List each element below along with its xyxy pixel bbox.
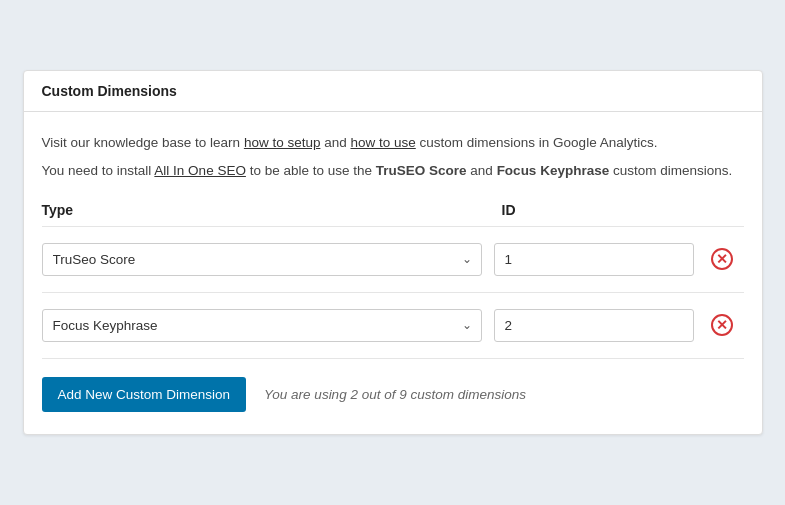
- type-select-wrapper-1: TruSeo Score Focus Keyphrase Post Type A…: [42, 243, 482, 276]
- id-column-header: ID: [502, 202, 744, 218]
- type-select-wrapper-2: TruSeo Score Focus Keyphrase Post Type A…: [42, 309, 482, 342]
- usage-text: You are using 2 out of 9 custom dimensio…: [264, 387, 526, 402]
- all-in-one-seo-link[interactable]: All In One SEO: [154, 163, 246, 178]
- add-dimension-button[interactable]: Add New Custom Dimension: [42, 377, 247, 412]
- id-input-2[interactable]: [494, 309, 694, 342]
- dimension-row: TruSeo Score Focus Keyphrase Post Type A…: [42, 293, 744, 359]
- info-line2-suffix: custom dimensions.: [613, 163, 732, 178]
- remove-button-2[interactable]: ✕: [710, 314, 734, 336]
- how-to-setup-link[interactable]: how to setup: [244, 135, 321, 150]
- card-header: Custom Dimensions: [24, 71, 762, 112]
- footer-row: Add New Custom Dimension You are using 2…: [42, 359, 744, 412]
- column-headers: Type ID: [42, 188, 744, 227]
- info-line1-suffix: custom dimensions in Google Analytics.: [420, 135, 658, 150]
- remove-icon-2: ✕: [711, 314, 733, 336]
- type-select-1[interactable]: TruSeo Score Focus Keyphrase Post Type A…: [42, 243, 482, 276]
- card-body: Visit our knowledge base to learn how to…: [24, 112, 762, 433]
- card-title: Custom Dimensions: [42, 83, 177, 99]
- custom-dimensions-card: Custom Dimensions Visit our knowledge ba…: [23, 70, 763, 434]
- remove-button-1[interactable]: ✕: [710, 248, 734, 270]
- info-line-1: Visit our knowledge base to learn how to…: [42, 132, 744, 154]
- focus-keyphrase-bold: Focus Keyphrase: [497, 163, 610, 178]
- info-line2-mid: to be able to use the: [250, 163, 376, 178]
- remove-icon-1: ✕: [711, 248, 733, 270]
- info-line2-prefix: You need to install: [42, 163, 155, 178]
- type-select-2[interactable]: TruSeo Score Focus Keyphrase Post Type A…: [42, 309, 482, 342]
- info-line-2: You need to install All In One SEO to be…: [42, 160, 744, 182]
- info-line1-mid: and: [324, 135, 350, 150]
- how-to-use-link[interactable]: how to use: [350, 135, 415, 150]
- truseo-score-bold: TruSEO Score: [376, 163, 467, 178]
- info-line2-mid2: and: [470, 163, 496, 178]
- info-line1-prefix: Visit our knowledge base to learn: [42, 135, 244, 150]
- type-column-header: Type: [42, 202, 502, 218]
- id-input-1[interactable]: [494, 243, 694, 276]
- dimension-row: TruSeo Score Focus Keyphrase Post Type A…: [42, 227, 744, 293]
